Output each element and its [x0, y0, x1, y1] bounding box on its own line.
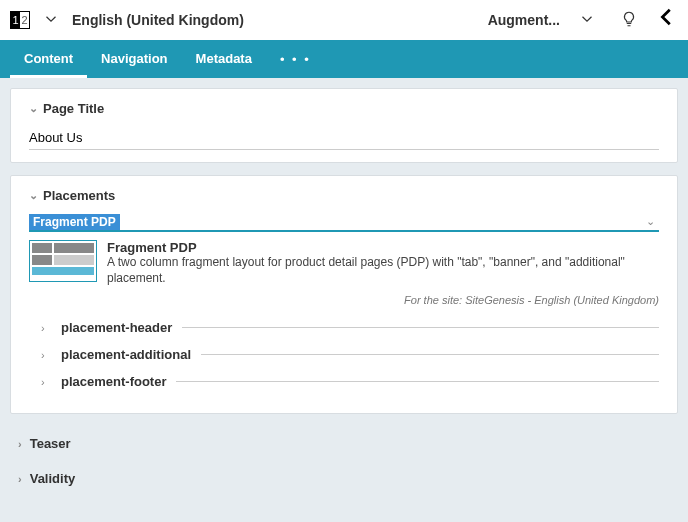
- placement-item[interactable]: › placement-additional: [41, 347, 659, 362]
- fragment-select[interactable]: Fragment PDP ⌄: [29, 213, 659, 232]
- chevron-down-icon: ⌄: [29, 189, 43, 202]
- augment-menu-label[interactable]: Augment...: [488, 12, 560, 28]
- tab-bar: Content Navigation Metadata • • •: [0, 40, 688, 78]
- view-mode-toggle[interactable]: 1 2: [10, 11, 30, 29]
- chevron-right-icon: ›: [18, 438, 22, 450]
- page-title-header[interactable]: ⌄ Page Title: [29, 101, 659, 116]
- back-chevron-icon[interactable]: [656, 6, 678, 34]
- page-title-input[interactable]: [29, 126, 659, 150]
- tab-more[interactable]: • • •: [266, 52, 325, 67]
- language-label: English (United Kingdom): [72, 12, 244, 28]
- chevron-down-icon: ⌄: [642, 213, 659, 230]
- fragment-site-note: For the site: SiteGenesis - English (Uni…: [29, 294, 659, 306]
- tab-content[interactable]: Content: [10, 40, 87, 78]
- chevron-down-icon[interactable]: [42, 10, 60, 31]
- fragment-title: Fragment PDP: [107, 240, 659, 255]
- divider: [176, 381, 659, 382]
- teaser-section[interactable]: › Teaser: [10, 426, 678, 461]
- tab-metadata[interactable]: Metadata: [182, 40, 266, 78]
- chevron-right-icon: ›: [18, 473, 22, 485]
- placement-item[interactable]: › placement-footer: [41, 374, 659, 389]
- chevron-right-icon: ›: [41, 349, 51, 361]
- page-title-heading: Page Title: [43, 101, 104, 116]
- mode-2: 2: [20, 12, 29, 28]
- placement-name: placement-header: [61, 320, 172, 335]
- placements-panel: ⌄ Placements Fragment PDP ⌄ Fragment PDP…: [10, 175, 678, 414]
- chevron-down-icon[interactable]: [578, 10, 596, 31]
- chevron-right-icon: ›: [41, 376, 51, 388]
- fragment-selected-label: Fragment PDP: [29, 214, 120, 230]
- bulb-icon[interactable]: [620, 10, 638, 31]
- chevron-right-icon: ›: [41, 322, 51, 334]
- validity-heading: Validity: [30, 471, 76, 486]
- placements-heading: Placements: [43, 188, 115, 203]
- divider: [182, 327, 659, 328]
- placements-header[interactable]: ⌄ Placements: [29, 188, 659, 203]
- tab-navigation[interactable]: Navigation: [87, 40, 181, 78]
- fragment-thumbnail: [29, 240, 97, 282]
- fragment-description: A two column fragment layout for product…: [107, 255, 659, 286]
- teaser-heading: Teaser: [30, 436, 71, 451]
- placement-name: placement-additional: [61, 347, 191, 362]
- validity-section[interactable]: › Validity: [10, 461, 678, 496]
- divider: [201, 354, 659, 355]
- placement-item[interactable]: › placement-header: [41, 320, 659, 335]
- mode-1: 1: [11, 12, 20, 28]
- chevron-down-icon: ⌄: [29, 102, 43, 115]
- placement-name: placement-footer: [61, 374, 166, 389]
- page-title-panel: ⌄ Page Title: [10, 88, 678, 163]
